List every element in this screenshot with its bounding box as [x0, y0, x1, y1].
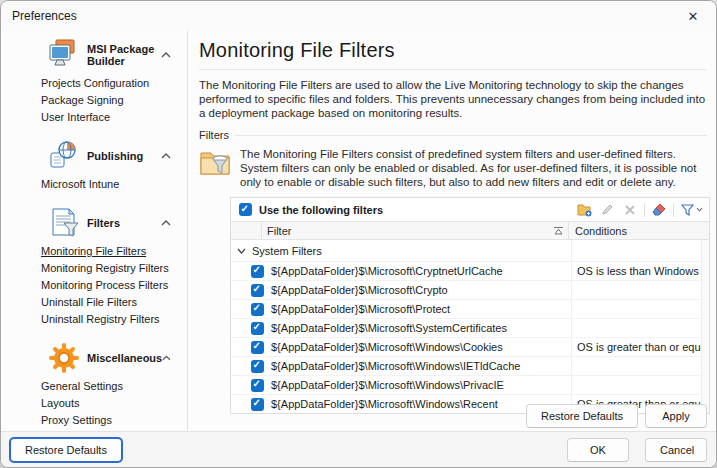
preferences-sidebar: MSI Package Builder Projects Configurati… — [1, 31, 188, 431]
title-divider — [199, 69, 707, 70]
sidebar-item-uninstall-file-filters[interactable]: Uninstall File Filters — [1, 294, 187, 311]
filter-path: ${AppDataFolder}$\Microsoft\Crypto — [271, 284, 570, 296]
table-header: Filter Conditions — [231, 221, 709, 240]
ok-button[interactable]: OK — [567, 438, 629, 462]
table-row[interactable]: ${AppDataFolder}$\Microsoft\Windows\IETl… — [231, 357, 709, 376]
filter-path: ${AppDataFolder}$\Microsoft\CryptnetUrlC… — [271, 265, 570, 277]
chevron-down-icon — [696, 207, 703, 212]
row-checkbox[interactable] — [251, 265, 264, 278]
row-checkbox[interactable] — [251, 303, 264, 316]
group-row-system-filters[interactable]: System Filters — [231, 240, 709, 262]
checkbox-column-header — [231, 222, 262, 239]
section-publishing: Publishing Microsoft Intune — [1, 138, 187, 199]
restore-defaults-button[interactable]: Restore Defaults — [526, 404, 638, 428]
vertical-scrollbar[interactable] — [701, 240, 709, 413]
filter-path: ${AppDataFolder}$\Microsoft\Windows\IETl… — [271, 360, 570, 372]
sidebar-item-general-settings[interactable]: General Settings — [1, 378, 187, 395]
row-checkbox[interactable] — [251, 341, 264, 354]
section-label: Publishing — [87, 150, 161, 162]
sidebar-item-proxy-settings[interactable]: Proxy Settings — [1, 412, 187, 429]
table-row[interactable]: ${AppDataFolder}$\Microsoft\Protect — [231, 300, 709, 319]
conditions-column-header[interactable]: Conditions — [569, 225, 709, 237]
sidebar-item-layouts[interactable]: Layouts — [1, 395, 187, 412]
sidebar-item-user-interface[interactable]: User Interface — [1, 109, 187, 126]
sidebar-item-projects-configuration[interactable]: Projects Configuration — [1, 75, 187, 92]
use-filters-label: Use the following filters — [259, 204, 575, 216]
filters-panel: Use the following filters — [230, 197, 710, 414]
row-checkbox[interactable] — [251, 379, 264, 392]
filter-menu-button[interactable] — [679, 201, 705, 218]
table-row[interactable]: ${AppDataFolder}$\Microsoft\CryptnetUrlC… — [231, 262, 709, 281]
page-title: Monitoring File Filters — [199, 39, 707, 62]
chevron-up-icon — [162, 353, 171, 363]
row-checkbox[interactable] — [251, 284, 264, 297]
section-header-miscellaneous[interactable]: Miscellaneous — [1, 340, 187, 376]
filters-groupbox: Filters The Monitoring File Filters cons… — [199, 129, 707, 414]
table-row[interactable]: ${AppDataFolder}$\Microsoft\Windows\Priv… — [231, 376, 709, 395]
close-button[interactable]: ✕ — [678, 4, 708, 28]
groupbox-description: The Monitoring File Filters consist of p… — [240, 147, 707, 189]
sidebar-item-monitoring-file-filters[interactable]: Monitoring File Filters — [1, 243, 187, 260]
pencil-icon — [601, 203, 614, 216]
sort-ascending-icon — [553, 226, 564, 235]
filter-path: ${AppDataFolder}$\Microsoft\Windows\Priv… — [271, 379, 570, 391]
erase-filters-button[interactable] — [650, 201, 668, 218]
table-row[interactable]: ${AppDataFolder}$\Microsoft\Crypto — [231, 281, 709, 300]
row-checkbox[interactable] — [251, 398, 264, 411]
section-header-filters[interactable]: Filters — [1, 205, 187, 241]
chevron-up-icon — [161, 50, 171, 60]
section-filters: Filters Monitoring File Filters Monitori… — [1, 205, 187, 334]
group-label: System Filters — [252, 245, 322, 257]
table-row[interactable]: ${AppDataFolder}$\Microsoft\SystemCertif… — [231, 319, 709, 338]
filter-column-label: Filter — [267, 225, 553, 237]
folder-plus-icon — [577, 203, 592, 217]
intro-text: The Monitoring File Filters are used to … — [199, 78, 707, 120]
filters-toolbar — [575, 201, 705, 218]
restore-defaults-footer-button[interactable]: Restore Defaults — [10, 438, 122, 462]
filter-condition: OS is less than Windows Vista — [570, 265, 702, 277]
section-msi-package-builder: MSI Package Builder Projects Configurati… — [1, 37, 187, 132]
filter-path: ${AppDataFolder}$\Microsoft\Protect — [271, 303, 570, 315]
toolbar-separator — [644, 203, 645, 217]
groupbox-caption-line — [235, 135, 707, 136]
cancel-button[interactable]: Cancel — [645, 438, 707, 462]
use-filters-row: Use the following filters — [231, 198, 709, 221]
apply-button[interactable]: Apply — [645, 404, 707, 428]
filter-condition: OS is greater than or equal to W — [570, 341, 702, 353]
sidebar-item-monitoring-registry-filters[interactable]: Monitoring Registry Filters — [1, 260, 187, 277]
edit-filter-button[interactable] — [598, 201, 616, 218]
folder-funnel-icon — [199, 147, 231, 179]
publish-globe-icon — [47, 139, 81, 173]
document-funnel-icon — [47, 206, 81, 240]
groupbox-caption: Filters — [199, 129, 229, 141]
section-label: Miscellaneous — [87, 352, 162, 364]
table-row[interactable]: ${AppDataFolder}$\Microsoft\Windows\Cook… — [231, 338, 709, 357]
dialog-footer: Restore Defaults OK Cancel — [1, 431, 716, 467]
row-checkbox[interactable] — [251, 322, 264, 335]
close-icon: ✕ — [688, 9, 699, 24]
monitors-icon — [47, 38, 81, 72]
sidebar-item-uninstall-registry-filters[interactable]: Uninstall Registry Filters — [1, 311, 187, 328]
sidebar-item-package-signing[interactable]: Package Signing — [1, 92, 187, 109]
filter-path: ${AppDataFolder}$\Microsoft\Windows\Cook… — [271, 341, 570, 353]
window-title: Preferences — [1, 9, 77, 23]
section-label: MSI Package Builder — [87, 43, 161, 67]
add-filter-button[interactable] — [575, 201, 593, 218]
delete-filter-button[interactable] — [621, 201, 639, 218]
filter-column-header[interactable]: Filter — [262, 222, 569, 239]
section-header-publishing[interactable]: Publishing — [1, 138, 187, 174]
section-header-msi[interactable]: MSI Package Builder — [1, 37, 187, 73]
chevron-down-icon — [237, 248, 246, 254]
column-divider — [571, 240, 572, 413]
sidebar-item-monitoring-process-filters[interactable]: Monitoring Process Filters — [1, 277, 187, 294]
main-panel: Monitoring File Filters The Monitoring F… — [189, 31, 716, 431]
filter-funnel-icon — [681, 204, 694, 216]
section-miscellaneous: Miscellaneous General Settings Layouts P… — [1, 340, 187, 431]
gear-icon — [47, 341, 81, 375]
row-checkbox[interactable] — [251, 360, 264, 373]
sidebar-item-microsoft-intune[interactable]: Microsoft Intune — [1, 176, 187, 193]
chevron-up-icon — [161, 218, 171, 228]
use-filters-checkbox[interactable] — [239, 203, 252, 216]
x-icon — [624, 204, 636, 216]
table-body: System Filters ${AppDataFolder}$\Microso… — [231, 240, 709, 413]
